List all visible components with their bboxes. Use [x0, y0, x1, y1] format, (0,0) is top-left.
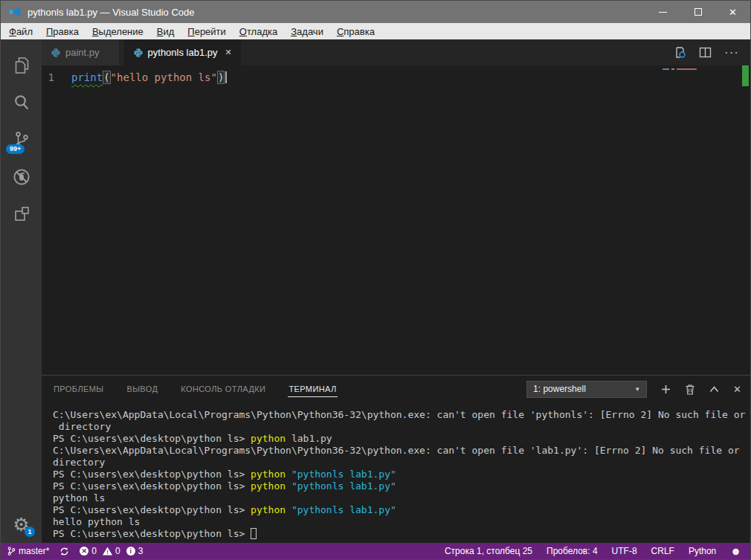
problems-status[interactable]: ✕ 0 ! 0 i 3: [80, 546, 146, 556]
token-print: print: [71, 71, 103, 83]
menu-view[interactable]: Вид: [150, 25, 181, 38]
settings-badge: 1: [25, 527, 35, 537]
terminal-line: PS C:\users\ex\desktop\python ls>: [53, 528, 750, 540]
menu-go[interactable]: Перейти: [181, 25, 233, 38]
menu-bar: Файл Правка Выделение Вид Перейти Отладк…: [1, 23, 750, 39]
settings-gear-icon[interactable]: ⚙ 1: [1, 506, 42, 543]
minimize-icon: [659, 12, 667, 13]
vscode-logo-icon: [9, 6, 21, 18]
close-panel-icon[interactable]: ✕: [733, 384, 741, 395]
editor-tab-bar: paint.py pythonls lab1.py ✕: [42, 39, 750, 65]
overview-ruler-marker: [742, 65, 749, 86]
menu-selection[interactable]: Выделение: [86, 25, 150, 38]
more-actions-icon[interactable]: ···: [724, 45, 739, 60]
tab-label: pythonls lab1.py: [148, 47, 218, 58]
panel-header: ПРОБЛЕМЫ ВЫВОД КОНСОЛЬ ОТЛАДКИ ТЕРМИНАЛ …: [42, 376, 750, 402]
info-count: 3: [138, 546, 144, 556]
terminal-line: PS C:\users\ex\desktop\python ls> python…: [53, 433, 750, 445]
code-line: 1print("hello python ls"): [42, 71, 750, 85]
debug-icon[interactable]: [1, 158, 42, 196]
git-branch-icon: [7, 546, 16, 556]
editor-actions: ···: [674, 39, 750, 65]
terminal-line: PS C:\users\ex\desktop\python ls> python…: [53, 504, 750, 516]
tab-close-icon[interactable]: ✕: [225, 48, 232, 57]
minimap[interactable]: [663, 68, 697, 70]
chevron-down-icon: ▼: [634, 386, 640, 393]
sync-icon: [59, 547, 69, 556]
token-string: "hello python ls": [111, 71, 217, 83]
tab-problems[interactable]: ПРОБЛЕМЫ: [53, 382, 104, 397]
maximize-icon: [694, 8, 702, 16]
warning-icon: !: [103, 547, 112, 556]
source-control-icon[interactable]: 99+: [1, 121, 42, 158]
close-icon: ✕: [729, 7, 737, 18]
panel-tabs: ПРОБЛЕМЫ ВЫВОД КОНСОЛЬ ОТЛАДКИ ТЕРМИНАЛ: [53, 382, 338, 397]
terminal-line: C:\Users\ex\AppData\Local\Programs\Pytho…: [53, 409, 750, 421]
vscode-window: pythonls lab1.py — Visual Studio Code ✕ …: [0, 0, 751, 560]
tab-label: paint.py: [65, 47, 100, 58]
eol-status[interactable]: CRLF: [651, 546, 674, 556]
window-title: pythonls lab1.py — Visual Studio Code: [28, 7, 195, 18]
status-bar-left: master* ✕ 0 ! 0 i 3: [7, 546, 146, 556]
code-text: print("hello python ls"): [71, 71, 227, 85]
terminal-line: python ls: [53, 492, 750, 504]
window-controls: ✕: [645, 1, 750, 23]
git-branch-status[interactable]: master*: [7, 546, 49, 556]
tab-pythonls-lab1-py[interactable]: pythonls lab1.py ✕: [124, 39, 241, 65]
menu-file[interactable]: Файл: [2, 25, 39, 38]
close-window-button[interactable]: ✕: [715, 1, 750, 23]
title-bar: pythonls lab1.py — Visual Studio Code ✕: [1, 1, 750, 23]
terminal-select[interactable]: 1: powershell ▼: [526, 381, 647, 398]
code-editor[interactable]: 1print("hello python ls"): [42, 65, 750, 375]
kill-terminal-icon[interactable]: [685, 384, 695, 395]
scm-badge: 99+: [6, 144, 25, 154]
search-icon[interactable]: [1, 84, 42, 121]
explorer-icon[interactable]: [1, 47, 42, 84]
encoding-status[interactable]: UTF-8: [612, 546, 637, 556]
menu-tasks[interactable]: Задачи: [284, 25, 330, 38]
sync-status[interactable]: [59, 547, 69, 556]
terminal-content[interactable]: C:\Users\ex\AppData\Local\Programs\Pytho…: [42, 402, 750, 543]
warning-count: 0: [115, 546, 120, 556]
info-icon: i: [126, 547, 135, 556]
terminal-line: hello python ls: [53, 516, 750, 528]
language-mode-status[interactable]: Python: [689, 546, 716, 556]
cursor-position-status[interactable]: Строка 1, столбец 25: [445, 546, 532, 556]
editor-cursor: [225, 71, 227, 83]
terminal-line: directory: [53, 457, 750, 469]
status-bar-right: Строка 1, столбец 25 Пробелов: 4 UTF-8 C…: [445, 546, 741, 556]
panel: ПРОБЛЕМЫ ВЫВОД КОНСОЛЬ ОТЛАДКИ ТЕРМИНАЛ …: [42, 375, 750, 543]
python-file-icon: [133, 48, 144, 58]
menu-help[interactable]: Справка: [330, 25, 381, 38]
menu-debug[interactable]: Отладка: [233, 25, 284, 38]
extensions-icon[interactable]: [1, 196, 42, 233]
status-bar: master* ✕ 0 ! 0 i 3 Строка 1, столбец 25…: [1, 543, 750, 559]
editor-group: paint.py pythonls lab1.py ✕: [42, 39, 750, 543]
tab-output[interactable]: ВЫВОД: [126, 382, 158, 397]
branch-label: master*: [19, 546, 49, 556]
split-editor-icon[interactable]: [699, 46, 712, 59]
file-search-icon[interactable]: [674, 46, 686, 59]
maximize-panel-icon[interactable]: [709, 385, 719, 393]
workbench: 99+ ⚙ 1: [1, 39, 750, 543]
feedback-smiley-icon[interactable]: ☻: [730, 546, 741, 556]
terminal-line: PS C:\users\ex\desktop\python ls> python…: [53, 480, 750, 492]
tab-debug-console[interactable]: КОНСОЛЬ ОТЛАДКИ: [180, 382, 266, 397]
maximize-button[interactable]: [680, 1, 715, 23]
error-count: 0: [91, 546, 97, 556]
terminal-cursor: [251, 528, 257, 539]
tab-paint-py[interactable]: paint.py: [42, 39, 119, 65]
menu-edit[interactable]: Правка: [39, 25, 86, 38]
python-file-icon: [51, 48, 61, 58]
new-terminal-icon[interactable]: [661, 384, 671, 394]
tab-terminal[interactable]: ТЕРМИНАЛ: [288, 382, 337, 397]
terminal-line: PS C:\users\ex\desktop\python ls> python…: [53, 469, 750, 480]
terminal-line: directory: [53, 421, 750, 433]
terminal-line: C:\Users\ex\AppData\Local\Programs\Pytho…: [53, 445, 750, 457]
panel-controls: 1: powershell ▼: [526, 381, 741, 398]
error-icon: ✕: [80, 547, 88, 556]
terminal-select-value: 1: powershell: [533, 384, 586, 394]
indentation-status[interactable]: Пробелов: 4: [547, 546, 598, 556]
minimize-button[interactable]: [645, 1, 680, 23]
activity-bar: 99+ ⚙ 1: [1, 39, 42, 543]
